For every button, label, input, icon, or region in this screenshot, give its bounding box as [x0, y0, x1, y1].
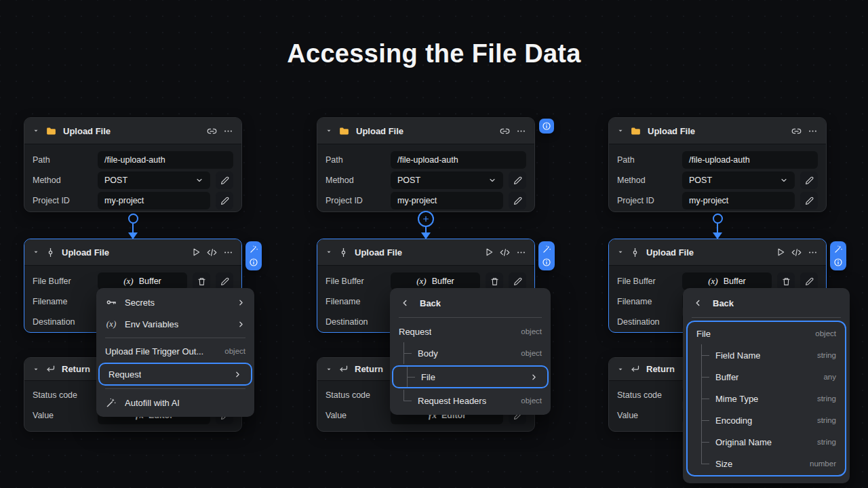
connector-line — [132, 224, 134, 233]
magic-wand-icon[interactable] — [250, 245, 258, 253]
menu-divider — [105, 338, 245, 338]
method-row: Method POST — [33, 171, 233, 189]
node-card-title: Upload File — [62, 247, 109, 258]
link-icon[interactable] — [791, 126, 802, 136]
variable-picker-menu: Secrets (x) Env Variables Upload File Tr… — [96, 288, 254, 417]
tree-branch-line — [696, 431, 711, 453]
trigger-card-title: Upload File — [356, 126, 403, 136]
menu-item-size[interactable]: Size number — [688, 453, 845, 474]
chevron-down-icon[interactable] — [326, 366, 332, 373]
info-icon[interactable] — [249, 258, 258, 267]
project-id-input[interactable]: my-project — [682, 192, 795, 209]
link-icon[interactable] — [207, 126, 217, 136]
edit-pencil-button[interactable] — [216, 192, 233, 209]
project-id-input[interactable]: my-project — [98, 192, 210, 209]
ellipsis-icon[interactable] — [223, 247, 233, 258]
menu-item-buffer[interactable]: Buffer any — [688, 366, 845, 388]
node-connector[interactable] — [24, 212, 242, 239]
edit-pencil-button[interactable] — [800, 192, 818, 209]
connector-arrow-icon — [713, 232, 722, 239]
method-select[interactable]: POST — [98, 171, 210, 189]
chevron-down-icon[interactable] — [33, 249, 39, 256]
path-input[interactable]: /file-upload-auth — [682, 151, 818, 169]
type-badge: number — [810, 460, 836, 468]
edit-pencil-button[interactable] — [216, 171, 233, 189]
chevron-down-icon — [780, 176, 788, 184]
ellipsis-icon[interactable] — [516, 126, 526, 136]
tree-branch-line — [696, 366, 711, 388]
menu-item-file-highlighted[interactable]: File — [392, 365, 549, 388]
node-commit-icon — [338, 247, 349, 258]
connector-port-icon[interactable] — [128, 214, 138, 224]
info-icon[interactable] — [833, 258, 843, 267]
ellipsis-icon[interactable] — [808, 247, 818, 258]
magic-wand-icon[interactable] — [834, 245, 843, 253]
ellipsis-icon[interactable] — [516, 247, 526, 258]
ellipsis-icon[interactable] — [223, 126, 233, 136]
link-icon[interactable] — [500, 126, 510, 136]
chevron-down-icon[interactable] — [33, 127, 39, 134]
code-icon[interactable] — [207, 247, 217, 258]
tree-branch-line — [696, 388, 711, 409]
path-input[interactable]: /file-upload-auth — [391, 151, 526, 169]
play-icon[interactable] — [191, 247, 201, 257]
connector-port-icon[interactable] — [713, 214, 723, 224]
code-icon[interactable] — [500, 247, 510, 258]
code-icon[interactable] — [791, 247, 802, 258]
magic-wand-icon[interactable] — [542, 245, 551, 253]
edit-pencil-button[interactable] — [800, 171, 818, 189]
edit-pencil-button[interactable] — [509, 171, 526, 189]
menu-item-autofill-ai[interactable]: Autofill with AI — [96, 392, 254, 413]
menu-item-request-headers[interactable]: Request Headers object — [390, 390, 551, 411]
menu-back-button[interactable]: Back — [683, 291, 850, 314]
node-action-pill — [830, 241, 846, 270]
trigger-card: Upload File Path /file-upload-auth Metho… — [24, 117, 242, 212]
menu-item-request-root[interactable]: Request object — [390, 321, 551, 342]
project-id-input[interactable]: my-project — [391, 192, 503, 209]
chevron-down-icon[interactable] — [617, 249, 624, 256]
path-value: /file-upload-auth — [104, 155, 165, 165]
chevron-down-icon[interactable] — [326, 127, 332, 134]
folder-icon — [338, 125, 350, 137]
edit-pencil-button[interactable] — [509, 192, 526, 209]
method-label: Method — [617, 176, 677, 185]
add-node-plus-icon[interactable] — [418, 211, 434, 227]
type-badge: object — [521, 349, 542, 357]
menu-item-trigger-output[interactable]: Upload File Trigger Out... object — [96, 341, 254, 361]
menu-item-encoding[interactable]: Encoding string — [688, 409, 845, 431]
menu-back-button[interactable]: Back — [390, 291, 551, 314]
project-id-row: Project ID my-project — [326, 192, 526, 209]
menu-item-secrets[interactable]: Secrets — [96, 291, 254, 313]
method-select[interactable]: POST — [391, 171, 503, 189]
trigger-card-body: Path /file-upload-auth Method POST Proje… — [609, 144, 826, 218]
menu-item-mime-type[interactable]: Mime Type string — [688, 388, 845, 409]
workflow-panel-1: Upload File Path /file-upload-auth Metho… — [24, 117, 242, 483]
chevron-down-icon[interactable] — [617, 366, 624, 373]
menu-item-original-name[interactable]: Original Name string — [688, 431, 845, 453]
chevron-down-icon[interactable] — [617, 127, 624, 134]
menu-item-env-variables[interactable]: (x) Env Variables — [96, 313, 254, 335]
method-select[interactable]: POST — [682, 171, 795, 189]
project-id-row: Project ID my-project — [33, 192, 233, 209]
info-icon[interactable] — [542, 258, 551, 267]
node-connector[interactable] — [608, 212, 827, 239]
play-icon[interactable] — [776, 247, 785, 257]
tree-branch-line — [399, 342, 414, 364]
key-icon — [105, 297, 117, 308]
path-input[interactable]: /file-upload-auth — [98, 151, 233, 169]
play-icon[interactable] — [484, 247, 494, 257]
menu-item-request-highlighted[interactable]: Request — [98, 363, 252, 386]
menu-item-file-root[interactable]: File object — [688, 323, 845, 344]
info-badge-button[interactable] — [539, 119, 554, 134]
node-connector[interactable] — [317, 212, 535, 239]
menu-item-field-name[interactable]: Field Name string — [688, 344, 845, 366]
type-badge: any — [823, 373, 836, 381]
type-badge: object — [521, 396, 542, 405]
menu-item-body[interactable]: Body object — [390, 342, 551, 364]
chevron-right-icon — [233, 370, 242, 379]
chevron-down-icon[interactable] — [33, 366, 39, 373]
ellipsis-icon[interactable] — [808, 126, 818, 136]
file-buffer-label: File Buffer — [617, 277, 677, 286]
chevron-down-icon[interactable] — [326, 249, 332, 256]
method-label: Method — [326, 176, 385, 185]
